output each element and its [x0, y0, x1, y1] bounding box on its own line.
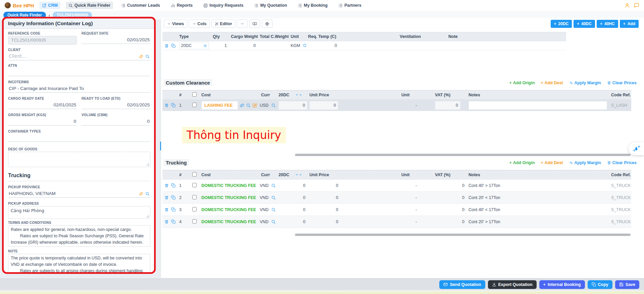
search-icon[interactable] — [145, 54, 150, 59]
trash-icon[interactable] — [164, 195, 169, 200]
scroll-indicator[interactable] — [160, 142, 161, 150]
link-icon[interactable] — [240, 103, 244, 108]
breadcrumb-root[interactable]: Quick Rate Finder — [3, 12, 46, 18]
container-types-input[interactable] — [8, 134, 150, 142]
select-cell[interactable] — [189, 195, 199, 200]
nav-item-crm[interactable]: CRM — [39, 2, 60, 9]
add-origin-link[interactable]: +Add Origin — [509, 160, 535, 165]
trash-icon[interactable] — [164, 219, 169, 224]
select-cell[interactable] — [189, 207, 199, 212]
dc20-cell[interactable]: 0 — [277, 219, 307, 224]
curr-cell[interactable]: VND — [259, 207, 277, 212]
select-all-checkbox[interactable] — [192, 92, 197, 97]
nav-item-customer-leads[interactable]: Customer Leads — [118, 2, 163, 9]
apply-margin-link[interactable]: Apply Margin — [569, 81, 601, 85]
add-button[interactable]: +Add — [620, 20, 639, 28]
search-icon[interactable] — [271, 219, 276, 224]
row-checkbox[interactable] — [192, 183, 197, 187]
edit-icon[interactable] — [252, 103, 257, 108]
curr-header[interactable]: Curr — [259, 173, 277, 177]
select-cell[interactable] — [189, 219, 199, 225]
desc-of-goods-textarea[interactable] — [8, 152, 150, 167]
chat-icon[interactable] — [634, 3, 639, 8]
search-icon[interactable] — [271, 207, 276, 212]
trash-icon[interactable] — [164, 103, 169, 107]
nav-item-my-booking[interactable]: My Booking — [295, 2, 330, 9]
curr-header[interactable]: Curr — [259, 93, 277, 97]
list-icon[interactable] — [203, 44, 207, 48]
add-40hc-button[interactable]: +40HC — [597, 20, 618, 28]
cost-value[interactable]: DOMESTIC TRUCKING FEE — [201, 195, 256, 200]
search-icon[interactable] — [246, 103, 251, 108]
attn-input[interactable] — [8, 68, 150, 76]
sort-up-icon[interactable] — [299, 93, 302, 96]
notes-cell[interactable] — [466, 101, 609, 110]
unit-price-cell[interactable]: 0 — [307, 219, 399, 224]
curr-cell[interactable]: VND — [259, 183, 277, 188]
client-input[interactable] — [9, 53, 139, 59]
copy-icon[interactable] — [171, 44, 176, 48]
select-all-header[interactable] — [189, 172, 199, 178]
vat-header[interactable]: VAT (%) — [433, 173, 466, 177]
copy-icon[interactable] — [171, 219, 176, 224]
type-header[interactable]: Type — [177, 34, 211, 39]
dc20-cell[interactable]: 0 — [277, 207, 307, 212]
nav-item-quick-rate-finder[interactable]: Quick Rate Finder — [66, 2, 113, 9]
internal-booking-button[interactable]: + Internal Booking — [539, 280, 585, 289]
cost-cell[interactable]: LASHING FEE — [199, 101, 259, 110]
qty-cell[interactable]: 1 — [211, 43, 229, 48]
code-ref-header[interactable]: Code Ref. — [609, 93, 631, 97]
unit-price-cell[interactable]: 0 — [307, 183, 399, 188]
cost-header[interactable]: Cost — [199, 173, 259, 177]
dc20-header[interactable]: 20DC — [277, 93, 307, 97]
vat-cell[interactable]: 0 — [433, 195, 466, 200]
search-icon[interactable] — [303, 43, 306, 48]
sort-down-icon[interactable] — [295, 93, 298, 96]
reference-code-input[interactable]: TCL2501/000935 — [8, 36, 77, 45]
settings-button[interactable] — [262, 19, 273, 28]
cost-cell[interactable]: DOMESTIC TRUCKING FEE — [199, 219, 259, 224]
dc20-cell[interactable]: 0 — [277, 183, 307, 188]
add-dest-link[interactable]: +Add Dest — [541, 81, 563, 85]
clear-prices-link[interactable]: Clear Prices — [607, 160, 637, 165]
search-icon[interactable] — [271, 183, 276, 188]
export-quotation-button[interactable]: Export Quotation — [488, 280, 537, 289]
vat-cell[interactable]: 0 — [433, 207, 466, 212]
curr-cell[interactable]: VND — [259, 195, 277, 200]
cargo-ready-date-input[interactable]: 02/01/2025 — [8, 101, 77, 109]
sort-down-icon[interactable] — [295, 173, 298, 176]
link-icon[interactable] — [139, 192, 143, 196]
notes-cell[interactable]: Cont 40' < 17Ton — [466, 207, 609, 212]
select-all-header[interactable] — [189, 92, 199, 98]
copy-icon[interactable] — [171, 195, 176, 200]
ready-to-load-input[interactable]: 02/01/2025 — [82, 101, 150, 109]
notes-header[interactable]: Notes — [466, 173, 609, 177]
cost-cell[interactable]: DOMESTIC TRUCKING FEE — [199, 195, 259, 200]
unit-price-cell[interactable]: 0 — [307, 207, 399, 212]
dc20-cell[interactable]: 0 — [277, 195, 307, 200]
book-view-button[interactable] — [249, 19, 260, 28]
select-cell[interactable] — [189, 183, 199, 188]
notes-header[interactable]: Notes — [466, 93, 609, 97]
notes-cell[interactable]: Cont 20' > 17Ton — [466, 219, 609, 224]
ventilation-header[interactable]: Ventilation — [398, 34, 446, 39]
apply-margin-link[interactable]: Apply Margin — [569, 160, 601, 165]
sort-icons[interactable] — [295, 93, 302, 96]
unit-cell[interactable]: KGM — [289, 43, 306, 48]
brand[interactable]: Bee HPH — [5, 2, 34, 8]
dc20-cell[interactable]: 0 — [277, 101, 307, 110]
nav-item-partners[interactable]: Partners — [336, 2, 364, 9]
unit-price-cell[interactable]: 0 — [307, 195, 399, 200]
editor-button[interactable]: Editor — [211, 19, 235, 28]
link-icon[interactable] — [139, 54, 143, 59]
copy-button[interactable]: Copy — [588, 280, 612, 289]
trash-icon[interactable] — [164, 44, 169, 48]
terms-textarea[interactable]: Rates are applied for general, non-hazar… — [8, 225, 150, 247]
unit-header[interactable]: Unit — [399, 173, 433, 177]
views-button[interactable]: Views — [164, 19, 187, 28]
unit-price-input[interactable]: 0 — [309, 101, 338, 110]
trash-icon[interactable] — [164, 183, 169, 188]
req-temp-cell[interactable]: 0 — [306, 43, 398, 48]
dc20-input[interactable]: 0 — [279, 101, 307, 110]
unit-price-header[interactable]: Unit Price — [307, 93, 399, 97]
